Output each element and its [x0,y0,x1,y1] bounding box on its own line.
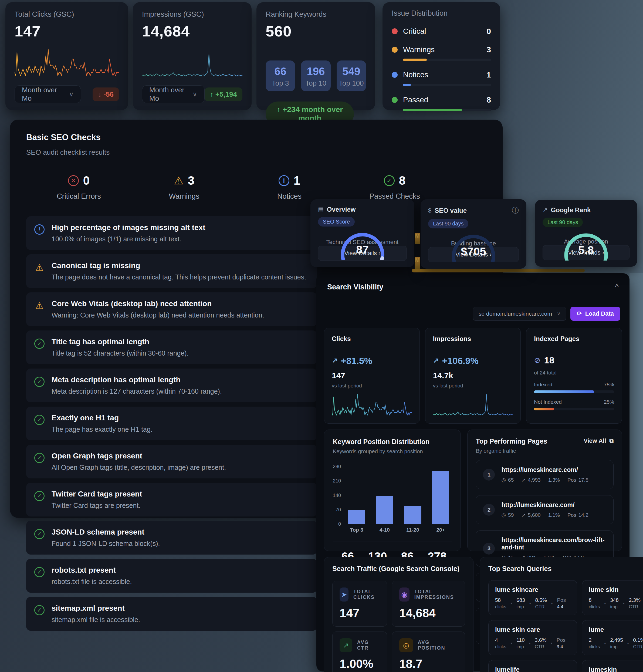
dot-separator: • [627,641,629,646]
stat-value: 14,684 [399,607,458,620]
check-circle-icon: ⊘ [534,356,540,365]
keyword-bucket[interactable]: 549 Top 100 [337,60,366,91]
dot-separator: • [529,641,531,646]
bucket-value: 66 [266,65,295,77]
google-rank-card: ↗ Google Rank Last 90 days 5.8 Average p… [535,200,637,267]
query-pill[interactable]: lumelife 2clicks • 8imp • 25.0%CTR • Pos… [488,660,577,672]
view-all-button[interactable]: View All ⧉ [584,437,614,444]
page-url: https://lumeskincare.com/ [501,466,588,473]
indexed-label: Indexed [534,382,552,388]
query-position: 4.4 [557,604,566,610]
issue-label: Warnings [403,45,481,54]
checklist-item[interactable]: ✓ Exactly one H1 tag The page has exactl… [26,407,317,440]
imp-label: imp [610,644,623,650]
collapse-icon[interactable]: ^ [615,283,619,291]
period-select[interactable]: Month over Mo ∨ [142,85,205,103]
load-data-button[interactable]: ⟳ Load Data [570,307,620,321]
bucket-label: Top 3 [266,79,295,87]
issue-label: Passed [403,96,481,104]
period-select[interactable]: Month over Mo ∨ [15,85,81,103]
page-row[interactable]: 1 https://lumeskincare.com/ ◎65 ↗4,993 1… [476,460,614,489]
indexed-bar [534,408,554,410]
dot-separator: • [604,641,606,646]
query-text: lume [589,626,643,633]
panel-title: Basic SEO Checks [26,133,486,142]
query-pill[interactable]: lume skin care 4clicks • 110imp • 3.6%CT… [488,620,577,655]
indexed-row: Indexed 75% [534,382,614,393]
page-impressions: 5,600 [528,512,541,518]
refresh-icon: ⟳ [577,310,582,317]
ranking-keywords-card: Ranking Keywords 560 66 Top 3 196 Top 10… [256,2,375,110]
issue-rows: Critical 0 Warnings 3 [392,27,491,111]
check-title: Title tag has optimal length [51,337,189,346]
summary-count: 3 [188,174,194,188]
rank-badge: 1 [483,469,495,481]
page-url: http://lumeskincare.com/ [501,501,588,509]
keyword-buckets: 66 Top 3 196 Top 10 549 Top 100 [266,60,366,91]
check-title: Meta description has optimal length [51,375,222,384]
query-pill[interactable]: lume 2clicks • 2,495imp • 0.1%CTR • Pos8… [582,620,643,655]
issue-progress-track [403,59,491,61]
clicks-label: clicks [495,604,506,610]
page-impressions: 4,993 [528,477,541,483]
check-description: 100.0% of images (1/1) are missing alt t… [51,235,205,243]
checklist-item[interactable]: ✓ sitemap.xml present sitemap.xml file i… [26,597,317,631]
stat-label: AVG CTR [357,640,380,651]
panel-subtitle: SEO audit checklist results [26,148,486,157]
gauge-value: 87 [318,243,407,256]
indexed-total: of 24 total [534,370,614,376]
summary-item: ⚠ 3 Warnings [132,174,237,201]
stat-label: AVG POSITION [418,640,458,651]
checklist-item[interactable]: ⚠ Core Web Vitals (desktop lab) need att… [26,292,317,326]
stat-value: 147 [340,607,380,620]
status-icon: ✓ [34,338,45,349]
stat-icon: ◉ [399,588,410,601]
dot-separator: • [511,601,512,606]
query-clicks: 58 [495,597,506,603]
status-icon: ✓ [34,491,45,501]
query-ctr: 0.1% [633,637,643,643]
checklist-item[interactable]: ✓ JSON-LD schema present Found 1 JSON-LD… [26,521,317,554]
clicks-caption: vs last period [332,383,412,389]
checklist-item[interactable]: ✓ Open Graph tags present All Open Graph… [26,445,317,478]
card-title: Impressions [433,335,513,343]
view-all-label: View All [584,437,606,444]
keyword-bucket[interactable]: 66 Top 3 [266,60,295,91]
keyword-bucket[interactable]: 196 Top 10 [301,60,330,91]
keyword-distribution-card: Keyword Position Distribution Keywords g… [324,430,461,551]
query-pill[interactable]: lumeskin 2clicks • 64imp • 3.1%CTR • Pos… [582,660,643,672]
query-pill[interactable]: lume skincare 58clicks • 683imp • 8.5%CT… [488,580,577,615]
dot-separator: • [551,641,552,646]
impressions-caption: vs last period [433,383,513,389]
stat-label: TOTAL IMPRESSIONS [414,589,458,600]
check-title: JSON-LD schema present [51,528,160,537]
checklist: ! High percentage of images missing alt … [26,216,317,631]
summary-label: Critical Errors [26,192,132,201]
checklist-item[interactable]: ✓ robots.txt present robots.txt file is … [26,559,317,592]
checklist-item[interactable]: ! High percentage of images missing alt … [26,216,317,250]
issue-count: 1 [486,70,491,80]
checklist-item[interactable]: ✓ Twitter Card tags present Twitter Card… [26,483,317,516]
page-position: 17.5 [579,477,589,483]
info-icon[interactable]: ⓘ [512,206,519,215]
checklist-item[interactable]: ⚠ Canonical tag is missing The page does… [26,254,317,288]
page-row[interactable]: 2 http://lumeskincare.com/ ◎59 ↗5,600 1.… [476,495,614,524]
stat-icon: ↗ [340,638,352,652]
query-pill[interactable]: lume skin 8clicks • 348imp • 2.3%CTR • P… [582,580,643,615]
issue-label: Notices [403,71,481,79]
search-traffic-card: Search Traffic (Google Search Console) ➤… [324,557,473,672]
seo-value-card: $ SEO value ⓘ Last 90 days $705 Building… [421,199,526,269]
domain-select-value: sc-domain:lumeskincare.com [478,311,552,317]
checklist-item[interactable]: ✓ Meta description has optimal length Me… [26,369,317,402]
clicks-label: clicks [495,644,506,650]
page-clicks: 59 [508,512,514,518]
issue-progress-fill [403,109,462,111]
stat-icon: ◎ [399,638,413,652]
impressions-delta: +106.9% [442,356,478,366]
checklist-item[interactable]: ✓ Title tag has optimal length Title tag… [26,331,317,364]
dot-separator: • [604,601,606,606]
domain-select[interactable]: sc-domain:lumeskincare.com ∨ [473,307,566,321]
status-icon: ✕ [68,175,79,186]
impressions-sparkline [142,53,242,77]
status-icon: ✓ [384,175,395,186]
